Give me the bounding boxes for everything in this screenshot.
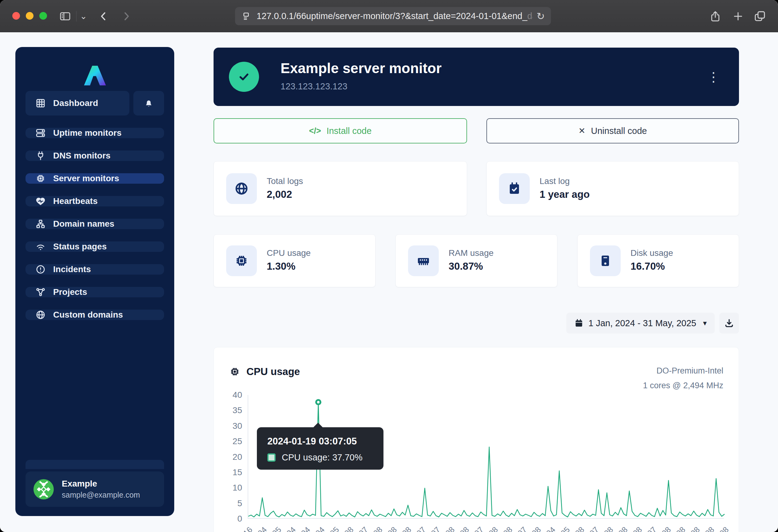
calendar-icon bbox=[574, 319, 584, 328]
back-icon[interactable] bbox=[98, 0, 109, 32]
cpu-chip-icon bbox=[226, 245, 257, 276]
peak-marker-inner bbox=[317, 401, 320, 403]
cpu-chip-icon bbox=[229, 366, 240, 377]
caret-down-icon: ▾ bbox=[703, 319, 707, 328]
install-code-button[interactable]: </> Install code bbox=[214, 118, 467, 144]
kebab-menu-icon[interactable]: ⋮ bbox=[704, 66, 723, 88]
stat-label: Disk usage bbox=[630, 248, 673, 258]
sidebar-item-server-monitors[interactable]: Server monitors bbox=[25, 173, 164, 184]
sidebar-item-incidents[interactable]: Incidents bbox=[25, 264, 164, 275]
stat-label: Last log bbox=[540, 176, 570, 186]
tooltip-timestamp: 2024-01-19 03:07:05 bbox=[267, 436, 373, 447]
app-logo bbox=[15, 63, 174, 88]
y-tick-label: 20 bbox=[214, 452, 242, 462]
sidebar-item-uptime-monitors[interactable]: Uptime monitors bbox=[25, 128, 164, 138]
page-title: Example server monitor bbox=[281, 60, 442, 77]
download-chart-button[interactable] bbox=[719, 313, 739, 334]
sidebar-item-label: Custom domains bbox=[53, 310, 123, 320]
toolbar-divider bbox=[76, 11, 77, 21]
avatar bbox=[33, 479, 54, 500]
chevron-down-icon[interactable]: ⌄ bbox=[80, 0, 87, 32]
sidebar-item-heartbeats[interactable]: Heartbeats bbox=[25, 196, 164, 206]
sidebar-item-status-pages[interactable]: Status pages bbox=[25, 242, 164, 252]
sidebar-item-dashboard[interactable]: Dashboard bbox=[25, 91, 129, 115]
sidebar-item-partial[interactable] bbox=[25, 460, 164, 469]
profile-name: Example bbox=[62, 479, 140, 489]
uninstall-code-label: Uninstall code bbox=[591, 126, 647, 136]
globe-icon bbox=[35, 309, 46, 320]
last-log-card: Last log 1 year ago bbox=[486, 161, 739, 216]
cpu-usage-card: CPU usage 1.30% bbox=[214, 234, 376, 287]
monitor-header-card: Example server monitor 123.123.123.123 ⋮ bbox=[214, 48, 739, 106]
url-bar[interactable]: 127.0.0.1/66uptime/server-monitor/3?&sta… bbox=[235, 7, 551, 25]
reload-icon[interactable]: ↻ bbox=[537, 10, 545, 22]
sidebar-item-domain-names[interactable]: Domain names bbox=[25, 219, 164, 229]
download-icon bbox=[724, 318, 734, 328]
share-icon[interactable] bbox=[709, 0, 721, 32]
stat-value: 30.87% bbox=[449, 260, 483, 272]
nodes-icon bbox=[35, 287, 46, 297]
tooltip-value-row: CPU usage: 37.70% bbox=[267, 452, 373, 463]
ram-usage-card: RAM usage 30.87% bbox=[395, 234, 557, 287]
forward-icon[interactable] bbox=[121, 0, 132, 32]
y-tick-label: 30 bbox=[214, 421, 242, 431]
sidebar-item-custom-domains[interactable]: Custom domains bbox=[25, 309, 164, 320]
sidebar-toggle-icon[interactable] bbox=[59, 0, 71, 32]
notifications-button[interactable] bbox=[133, 91, 164, 115]
heart-pulse-icon bbox=[35, 196, 46, 206]
ram-icon bbox=[408, 245, 439, 276]
traffic-lights bbox=[12, 12, 47, 20]
sidebar-item-label: Incidents bbox=[53, 264, 91, 274]
y-tick-label: 25 bbox=[214, 436, 242, 446]
sidebar-item-projects[interactable]: Projects bbox=[25, 287, 164, 297]
sidebar-item-label: Uptime monitors bbox=[53, 128, 122, 138]
disk-icon bbox=[590, 245, 621, 276]
monitor-ip: 123.123.123.123 bbox=[281, 81, 347, 92]
plug-icon bbox=[35, 151, 46, 161]
date-range-label: 1 Jan, 2024 - 31 May, 2025 bbox=[589, 318, 696, 328]
server-cores: 1 cores @ 2,494 MHz bbox=[643, 378, 723, 393]
profile-card[interactable]: Example sample@example.com bbox=[25, 471, 164, 507]
cpu-chip-icon bbox=[35, 173, 46, 184]
stat-value: 1 year ago bbox=[540, 189, 590, 200]
date-range-button[interactable]: 1 Jan, 2024 - 31 May, 2025 ▾ bbox=[566, 313, 715, 334]
minimize-window-button[interactable] bbox=[26, 12, 33, 20]
zoom-window-button[interactable] bbox=[39, 12, 47, 20]
uninstall-code-button[interactable]: ✕ Uninstall code bbox=[486, 118, 739, 144]
bell-icon bbox=[144, 98, 154, 108]
y-tick-label: 35 bbox=[214, 406, 242, 415]
close-window-button[interactable] bbox=[12, 12, 20, 20]
disk-usage-card: Disk usage 16.70% bbox=[577, 234, 739, 287]
stat-value: 16.70% bbox=[630, 260, 665, 272]
install-code-label: Install code bbox=[327, 126, 372, 136]
cpu-usage-chart-card: CPU usage DO-Premium-Intel 1 cores @ 2,4… bbox=[214, 347, 739, 532]
server-stack-icon bbox=[35, 128, 46, 138]
sidebar-item-label: Server monitors bbox=[53, 174, 119, 183]
signal-icon bbox=[35, 242, 46, 252]
sidebar-nav: Dashboard Uptime monitors DNS monitors bbox=[25, 91, 164, 320]
sidebar-item-label: Status pages bbox=[53, 242, 106, 252]
page-reader-icon bbox=[241, 11, 251, 21]
stat-label: RAM usage bbox=[449, 248, 493, 258]
tab-overview-icon[interactable] bbox=[754, 0, 766, 32]
sidebar-item-label: Heartbeats bbox=[53, 196, 98, 206]
server-plan: DO-Premium-Intel bbox=[643, 363, 723, 378]
sidebar-item-dns-monitors[interactable]: DNS monitors bbox=[25, 151, 164, 161]
chart-title-row: CPU usage bbox=[229, 366, 300, 377]
y-tick-label: 0 bbox=[214, 514, 242, 524]
alert-circle-icon bbox=[35, 264, 46, 275]
code-icon: </> bbox=[309, 126, 321, 136]
new-tab-icon[interactable] bbox=[732, 0, 744, 32]
page-content: Dashboard Uptime monitors DNS monitors bbox=[0, 32, 778, 532]
stat-label: CPU usage bbox=[267, 248, 311, 258]
browser-window: ⌄ 127.0.0.1/66uptime/server-monitor/3?&s… bbox=[0, 0, 778, 532]
y-tick-label: 5 bbox=[214, 499, 242, 508]
sidebar-item-label: DNS monitors bbox=[53, 151, 110, 161]
y-tick-label: 15 bbox=[214, 467, 242, 477]
sidebar-item-label: Projects bbox=[53, 287, 87, 297]
status-ok-icon bbox=[229, 62, 259, 92]
stat-label: Total logs bbox=[267, 176, 303, 186]
total-logs-card: Total logs 2,002 bbox=[214, 161, 467, 216]
globe-icon bbox=[226, 173, 257, 204]
chart-title: CPU usage bbox=[246, 366, 300, 377]
